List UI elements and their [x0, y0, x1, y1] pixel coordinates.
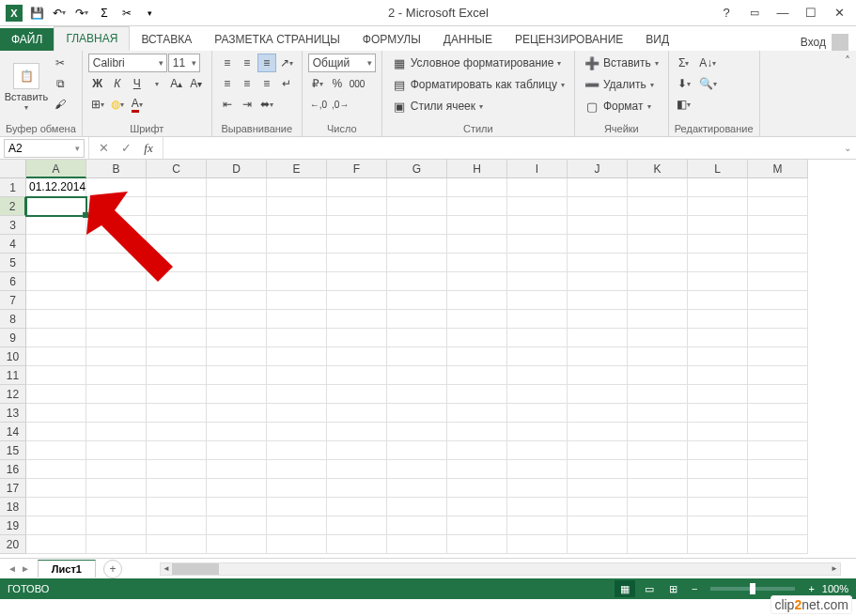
- cell[interactable]: [207, 423, 267, 441]
- cell[interactable]: [327, 516, 387, 535]
- tab-review[interactable]: РЕЦЕНЗИРОВАНИЕ: [504, 28, 634, 51]
- cell[interactable]: [568, 441, 628, 460]
- column-header[interactable]: B: [86, 160, 147, 178]
- cell[interactable]: [507, 216, 568, 235]
- cell[interactable]: [86, 329, 147, 347]
- cell[interactable]: [507, 498, 568, 516]
- cell[interactable]: [568, 385, 628, 404]
- cell[interactable]: [748, 366, 808, 385]
- cell[interactable]: [327, 404, 387, 423]
- cell[interactable]: [147, 235, 207, 254]
- format-painter-icon[interactable]: 🖌: [51, 95, 70, 114]
- cell[interactable]: [207, 216, 267, 235]
- collapse-ribbon-icon[interactable]: ˄: [839, 51, 856, 136]
- underline-menu[interactable]: [148, 74, 166, 93]
- row-header[interactable]: 8: [0, 310, 26, 329]
- fill-color-icon[interactable]: ◍: [108, 95, 127, 114]
- cell[interactable]: [748, 310, 808, 329]
- cell[interactable]: [628, 423, 688, 441]
- cell[interactable]: [207, 291, 267, 310]
- cell[interactable]: [147, 516, 207, 535]
- cell[interactable]: [267, 216, 327, 235]
- cell[interactable]: [447, 291, 507, 310]
- increase-indent-icon[interactable]: ⇥: [238, 95, 257, 114]
- cell[interactable]: [147, 441, 207, 460]
- cell[interactable]: [447, 272, 507, 291]
- cell[interactable]: [568, 516, 628, 535]
- cell[interactable]: [628, 460, 688, 479]
- cell[interactable]: [207, 535, 267, 554]
- percent-format-icon[interactable]: %: [328, 74, 347, 93]
- bold-button[interactable]: Ж: [88, 74, 107, 93]
- cell[interactable]: [387, 254, 447, 272]
- cell[interactable]: [628, 535, 688, 554]
- cell[interactable]: [447, 216, 507, 235]
- cell[interactable]: [688, 423, 748, 441]
- cell[interactable]: [628, 347, 688, 366]
- column-header[interactable]: M: [748, 160, 808, 178]
- cell[interactable]: [688, 216, 748, 235]
- cell[interactable]: [568, 366, 628, 385]
- cell[interactable]: [748, 216, 808, 235]
- decrease-indent-icon[interactable]: ⇤: [218, 95, 237, 114]
- cell[interactable]: [147, 366, 207, 385]
- cell[interactable]: [688, 329, 748, 347]
- cell-styles-button[interactable]: ▣Стили ячеек: [388, 97, 568, 116]
- cell[interactable]: [447, 235, 507, 254]
- cell[interactable]: [447, 197, 507, 216]
- cell[interactable]: [267, 460, 327, 479]
- cell[interactable]: [568, 347, 628, 366]
- cell[interactable]: [507, 272, 568, 291]
- row-header[interactable]: 9: [0, 329, 26, 347]
- shrink-font-icon[interactable]: A▾: [187, 74, 206, 93]
- cell[interactable]: [447, 516, 507, 535]
- cell[interactable]: [628, 404, 688, 423]
- cell[interactable]: [387, 216, 447, 235]
- decrease-decimal-icon[interactable]: ,0→: [330, 95, 350, 114]
- sheet-nav-next-icon[interactable]: ►: [21, 563, 30, 574]
- align-center-icon[interactable]: ≡: [238, 74, 257, 93]
- cell[interactable]: [387, 404, 447, 423]
- cell[interactable]: [267, 516, 327, 535]
- login-link[interactable]: Вход: [801, 36, 826, 49]
- cell[interactable]: [86, 404, 147, 423]
- cell[interactable]: [688, 516, 748, 535]
- cell[interactable]: [568, 197, 628, 216]
- font-size-select[interactable]: 11: [168, 54, 200, 72]
- cell[interactable]: [207, 385, 267, 404]
- cell[interactable]: [568, 254, 628, 272]
- cell[interactable]: [207, 272, 267, 291]
- cell[interactable]: [507, 197, 568, 216]
- cell[interactable]: [267, 366, 327, 385]
- row-header[interactable]: 16: [0, 460, 26, 479]
- cell[interactable]: [26, 235, 86, 254]
- redo-icon[interactable]: ↷: [71, 3, 92, 23]
- cell[interactable]: [327, 235, 387, 254]
- accounting-format-icon[interactable]: ₽: [308, 74, 327, 93]
- cell[interactable]: [387, 235, 447, 254]
- column-header[interactable]: C: [147, 160, 207, 178]
- cell[interactable]: [207, 366, 267, 385]
- italic-button[interactable]: К: [108, 74, 127, 93]
- row-header[interactable]: 4: [0, 235, 26, 254]
- cell[interactable]: [507, 310, 568, 329]
- find-select-icon[interactable]: 🔍: [697, 74, 719, 93]
- cell[interactable]: [26, 423, 86, 441]
- fill-handle[interactable]: [83, 212, 88, 218]
- cell[interactable]: [86, 272, 147, 291]
- undo-icon[interactable]: ↶: [49, 3, 70, 23]
- merge-cells-icon[interactable]: ⬌: [257, 95, 276, 114]
- cell[interactable]: [26, 310, 86, 329]
- cell[interactable]: [568, 329, 628, 347]
- cell[interactable]: [447, 178, 507, 197]
- cell[interactable]: [387, 178, 447, 197]
- tab-home[interactable]: ГЛАВНАЯ: [54, 26, 130, 51]
- cell[interactable]: [327, 385, 387, 404]
- number-format-select[interactable]: Общий: [308, 54, 376, 72]
- comma-format-icon[interactable]: 000: [348, 74, 367, 93]
- cell[interactable]: [688, 178, 748, 197]
- cell[interactable]: [327, 535, 387, 554]
- align-left-icon[interactable]: ≡: [218, 74, 237, 93]
- cell[interactable]: [447, 347, 507, 366]
- cell[interactable]: [86, 385, 147, 404]
